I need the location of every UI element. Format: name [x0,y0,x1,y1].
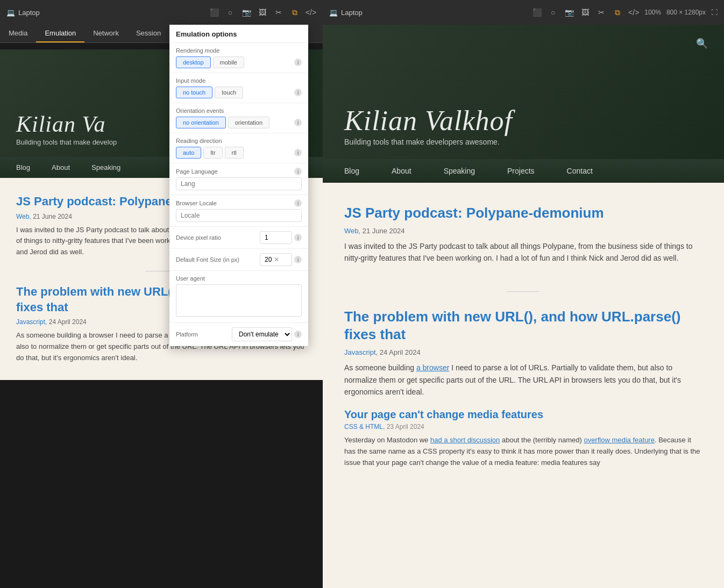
left-nav-about[interactable]: About [52,163,70,171]
left-post1-date: 21 June 2024 [33,213,72,220]
right-post2-tag: Javascript [344,348,376,356]
left-toolbar: 💻 Laptop ⬛ ○ 📷 🖼 ✂ ⧉ </> [0,0,323,25]
reading-direction-label: Reading direction [176,138,302,144]
copy-icon[interactable]: ⧉ [289,7,300,18]
scissors-icon[interactable]: ✂ [273,7,284,18]
no-orientation-btn[interactable]: no orientation [176,117,226,128]
right-site-title: Kilian Valkhof [344,105,702,137]
platform-info-icon[interactable]: i [294,331,302,338]
tab-media[interactable]: Media [0,25,36,42]
right-code-icon[interactable]: </> [628,7,639,18]
right-scissors-icon[interactable]: ✂ [596,7,607,18]
right-post3-date-sep: , [383,423,387,431]
right-nav-about[interactable]: About [392,167,411,175]
font-size-info-icon[interactable]: i [294,256,302,263]
left-nav-speaking[interactable]: Speaking [91,163,120,171]
browser-link[interactable]: a browser [416,363,449,372]
rendering-info-icon[interactable]: i [294,59,302,66]
no-touch-btn[interactable]: no touch [176,87,212,98]
screen-icon[interactable]: ⬛ [209,7,219,18]
page-lang-info-icon[interactable]: i [294,168,302,175]
browser-locale-input[interactable] [176,209,302,222]
platform-row: Platform Don't emulate Windows macOS Lin… [176,327,302,341]
tab-session[interactable]: Session [127,25,169,42]
right-nav-blog[interactable]: Blog [344,167,359,175]
right-circle-icon[interactable]: ○ [548,7,558,18]
auto-btn[interactable]: auto [176,147,201,159]
search-icon[interactable]: 🔍 [696,38,708,49]
tab-network[interactable]: Network [84,25,127,42]
orientation-btn[interactable]: orientation [228,117,269,128]
page-language-input[interactable] [176,177,302,190]
right-post1-excerpt: I was invited to the JS Party podcast to… [344,240,702,264]
font-size-clear-icon[interactable]: ✕ [274,256,279,263]
right-copy-icon[interactable]: ⧉ [612,7,623,18]
right-post3-tag: CSS & HTML [344,423,383,431]
right-post2-title: The problem with new URL(), and how URL.… [344,308,702,345]
desktop-btn[interactable]: desktop [176,56,211,68]
right-screen-icon[interactable]: ⬛ [531,7,542,18]
right-post3-title: Your page can't change media features [344,408,702,421]
right-post3-excerpt-mid: about the (terribly named) [500,436,584,444]
dpr-label: Device pixel ratio [176,234,221,241]
dpr-input[interactable] [260,231,292,244]
input-mode-group: no touch touch i [176,87,302,98]
left-nav-blog[interactable]: Blog [16,163,30,171]
right-blog-post1: JS Party podcast: Polypane-demonium Web,… [323,183,724,275]
orientation-info-icon[interactable]: i [294,119,302,126]
right-laptop-icon: 💻 [329,9,338,17]
reading-direction-group: auto ltr rtl i [176,147,302,159]
user-agent-section: User agent [169,271,308,323]
locale-info-icon[interactable]: i [294,199,302,207]
dpr-info-icon[interactable]: i [294,234,302,241]
right-site-subtitle: Building tools that make developers awes… [344,138,702,146]
camera-icon[interactable]: 📷 [241,7,252,18]
left-device-label: 💻 Laptop [6,9,40,17]
image-icon[interactable]: 🖼 [257,7,268,18]
right-website: Kilian Valkhof Building tools that make … [323,25,724,588]
right-nav-projects[interactable]: Projects [507,167,535,175]
touch-btn[interactable]: touch [215,87,243,98]
emulation-panel: Emulation options Rendering mode desktop… [169,25,308,346]
font-size-label: Default Font Size (in px) [176,256,239,263]
ltr-btn[interactable]: ltr [203,147,222,159]
code-icon[interactable]: </> [306,7,316,18]
circle-icon[interactable]: ○ [225,7,236,18]
right-post2-meta: Javascript, 24 April 2024 [344,348,702,356]
right-toolbar-right: ⬛ ○ 📷 🖼 ✂ ⧉ </> 100% 800 × 1280px ⛶ [531,7,718,18]
right-nav-contact[interactable]: Contact [567,167,593,175]
right-post3-meta: CSS & HTML, 23 April 2024 [344,423,702,431]
right-nav-speaking[interactable]: Speaking [444,167,475,175]
mobile-btn[interactable]: mobile [213,56,244,68]
right-toolbar: 💻 Laptop ⬛ ○ 📷 🖼 ✂ ⧉ </> 100% 800 × 1280… [323,0,724,25]
right-post1-date: 21 June 2024 [363,227,405,235]
overflow-link[interactable]: overflow media feature [584,436,655,444]
reading-direction-section: Reading direction auto ltr rtl i [169,133,308,163]
right-camera-icon[interactable]: 📷 [564,7,574,18]
reading-info-icon[interactable]: i [294,149,302,156]
right-post2-excerpt: As someone building a browser I need to … [344,362,702,398]
browser-locale-section: Browser Locale i [169,195,308,227]
browser-locale-label: Browser Locale [176,200,217,206]
user-agent-textarea[interactable] [176,284,302,317]
right-device-label-wrap: 💻 Laptop [329,9,363,17]
page-language-label: Page Language [176,168,218,175]
right-post3-excerpt-before: Yesterday on Mastodon we [344,436,430,444]
platform-select[interactable]: Don't emulate Windows macOS Linux Androi… [232,327,292,341]
input-mode-section: Input mode no touch touch i [169,73,308,103]
expand-icon[interactable]: ⛶ [711,9,718,16]
mastodon-link[interactable]: had a short discussion [430,436,500,444]
right-divider1 [507,291,540,292]
left-post2-date-sep: , [45,318,49,326]
right-post1-meta: Web, 21 June 2024 [344,227,702,235]
right-post2-date-sep: , [376,348,380,356]
left-post1-tag: Web [16,213,29,220]
right-nav: Blog About Speaking Projects Contact [323,159,724,183]
right-image-icon[interactable]: 🖼 [580,7,591,18]
input-info-icon[interactable]: i [294,89,302,96]
right-device-name: Laptop [341,9,363,17]
resolution-label: 800 × 1280px [666,9,706,16]
tab-emulation[interactable]: Emulation [36,25,84,42]
rtl-btn[interactable]: rtl [225,147,244,159]
browser-locale-row: Browser Locale i [176,199,302,207]
